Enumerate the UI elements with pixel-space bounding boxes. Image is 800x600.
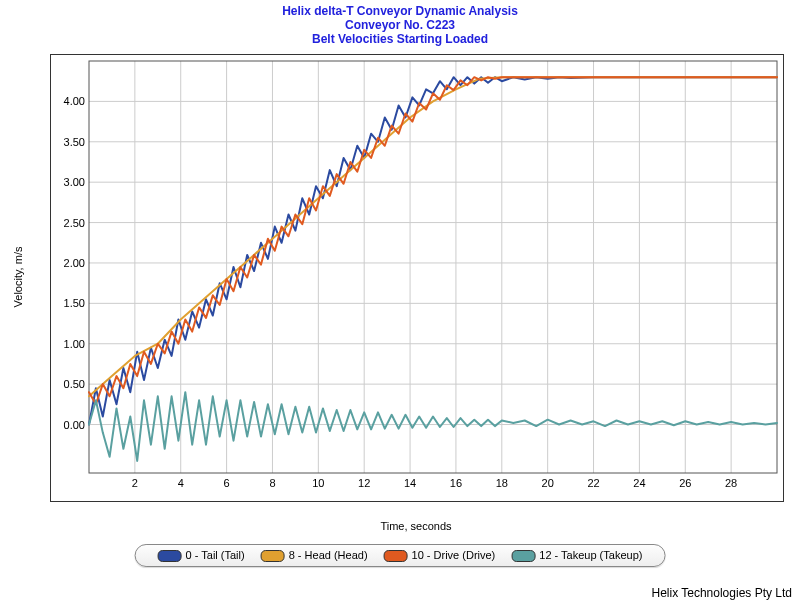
svg-text:22: 22 xyxy=(587,477,599,489)
x-axis-label: Time, seconds xyxy=(50,520,782,532)
svg-text:3.50: 3.50 xyxy=(64,136,85,148)
chart-title-1: Helix delta-T Conveyor Dynamic Analysis xyxy=(0,4,800,18)
svg-text:4.00: 4.00 xyxy=(64,95,85,107)
legend: 0 - Tail (Tail)8 - Head (Head)10 - Drive… xyxy=(135,544,666,567)
svg-text:0.00: 0.00 xyxy=(64,419,85,431)
legend-label: 0 - Tail (Tail) xyxy=(186,549,245,561)
chart-title-2: Conveyor No. C223 xyxy=(0,18,800,32)
svg-text:10: 10 xyxy=(312,477,324,489)
svg-text:8: 8 xyxy=(269,477,275,489)
svg-text:14: 14 xyxy=(404,477,416,489)
legend-swatch xyxy=(158,550,182,562)
svg-text:6: 6 xyxy=(224,477,230,489)
legend-swatch xyxy=(384,550,408,562)
legend-label: 10 - Drive (Drive) xyxy=(412,549,496,561)
chart-svg: 0.000.501.001.502.002.503.003.504.002468… xyxy=(51,55,783,501)
svg-rect-46 xyxy=(89,61,777,473)
legend-swatch xyxy=(261,550,285,562)
svg-text:28: 28 xyxy=(725,477,737,489)
svg-text:24: 24 xyxy=(633,477,645,489)
svg-text:3.00: 3.00 xyxy=(64,176,85,188)
svg-text:12: 12 xyxy=(358,477,370,489)
y-axis-label: Velocity, m/s xyxy=(12,54,26,500)
svg-text:2.00: 2.00 xyxy=(64,257,85,269)
svg-text:2.50: 2.50 xyxy=(64,217,85,229)
legend-label: 12 - Takeup (Takeup) xyxy=(539,549,642,561)
svg-text:26: 26 xyxy=(679,477,691,489)
svg-text:4: 4 xyxy=(178,477,184,489)
svg-text:1.00: 1.00 xyxy=(64,338,85,350)
svg-text:2: 2 xyxy=(132,477,138,489)
legend-item: 8 - Head (Head) xyxy=(261,549,368,562)
legend-item: 10 - Drive (Drive) xyxy=(384,549,496,562)
chart-title-3: Belt Velocities Starting Loaded xyxy=(0,32,800,46)
svg-text:1.50: 1.50 xyxy=(64,297,85,309)
legend-label: 8 - Head (Head) xyxy=(289,549,368,561)
legend-swatch xyxy=(511,550,535,562)
plot-area: 0.000.501.001.502.002.503.003.504.002468… xyxy=(50,54,784,502)
legend-item: 12 - Takeup (Takeup) xyxy=(511,549,642,562)
svg-text:16: 16 xyxy=(450,477,462,489)
svg-text:18: 18 xyxy=(496,477,508,489)
legend-item: 0 - Tail (Tail) xyxy=(158,549,245,562)
svg-text:20: 20 xyxy=(542,477,554,489)
footer-text: Helix Technologies Pty Ltd xyxy=(651,586,792,600)
svg-text:0.50: 0.50 xyxy=(64,378,85,390)
